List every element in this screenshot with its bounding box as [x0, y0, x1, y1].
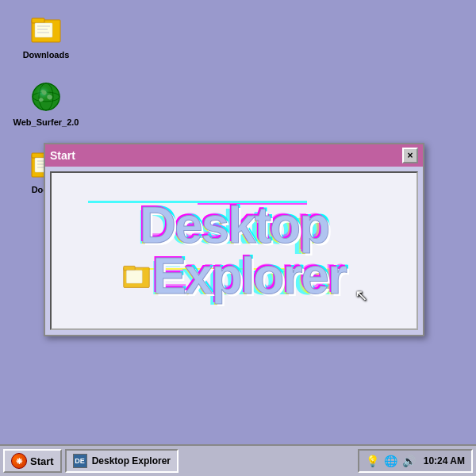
start-icon: ❋ [11, 453, 27, 469]
tray-icon-volume: 🔊 [402, 455, 416, 467]
start-button-label: Start [30, 455, 54, 467]
folder-inline-icon [122, 260, 151, 292]
svg-rect-17 [124, 266, 135, 270]
window-content: Desktop Desktop Desktop Desktop [50, 171, 418, 330]
start-window: Start × Desktop Desktop [44, 143, 424, 336]
text-explorer-wrapper: Explorer Explorer Explorer Explorer ↖ [122, 251, 346, 301]
desktop-icon-downloads[interactable]: Downloads [14, 12, 78, 60]
desktop-text: Desktop [140, 197, 329, 254]
text-desktop-wrapper: Desktop Desktop Desktop Desktop [140, 200, 329, 251]
window-close-button[interactable]: × [402, 148, 418, 163]
svg-rect-11 [32, 153, 44, 158]
task-button-label: Desktop Explorer [92, 455, 171, 466]
tray-icon-network: 🌐 [384, 455, 397, 467]
desktop-icon-web-surfer[interactable]: Web_Surfer_2.0 [14, 79, 78, 128]
svg-rect-1 [32, 18, 44, 23]
taskbar: ❋ Start DE Desktop Explorer 💡 🌐 🔊 10:24 … [0, 444, 476, 476]
globe-icon [30, 79, 62, 114]
text-block: Desktop Desktop Desktop Desktop [122, 200, 346, 301]
explorer-text: Explorer [152, 248, 346, 305]
downloads-label: Downloads [23, 50, 70, 60]
window-title: Start [50, 149, 75, 162]
svg-point-9 [33, 83, 60, 110]
explorer-text-relative: Explorer Explorer Explorer Explorer [152, 251, 346, 301]
cursor-icon: ↖ [355, 286, 368, 305]
folder-icon-downloads [30, 12, 62, 47]
task-icon: DE [73, 454, 87, 468]
desktop-explorer-taskbar-button[interactable]: DE Desktop Explorer [65, 449, 178, 473]
system-clock: 10:24 AM [424, 455, 465, 466]
svg-rect-18 [127, 271, 143, 283]
start-button[interactable]: ❋ Start [3, 449, 62, 473]
system-tray: 💡 🌐 🔊 10:24 AM [358, 449, 473, 473]
window-titlebar: Start × [45, 144, 423, 167]
tray-icon-light: 💡 [366, 455, 379, 467]
glitch-banner: Desktop Desktop Desktop Desktop [52, 173, 416, 328]
web-surfer-label: Web_Surfer_2.0 [13, 117, 79, 128]
desktop: Downloads Web_Surfer_2.0 [0, 0, 476, 444]
svg-rect-2 [35, 23, 52, 37]
